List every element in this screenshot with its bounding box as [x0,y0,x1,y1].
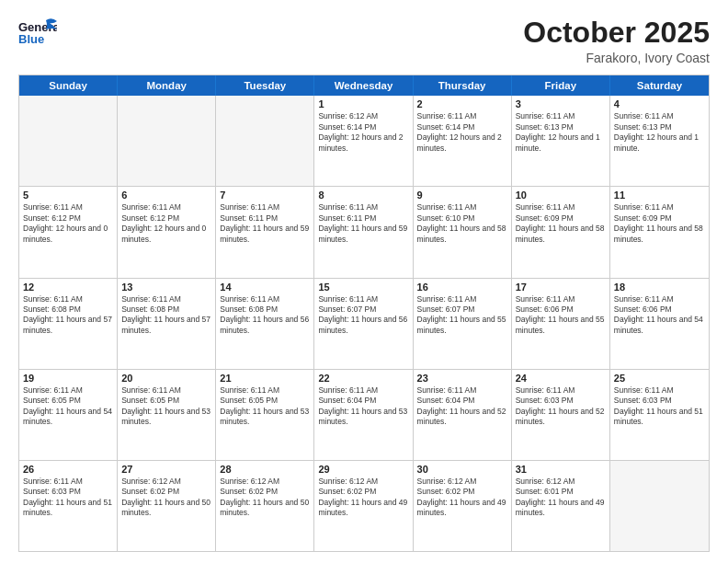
cell-info: Sunrise: 6:11 AM Sunset: 6:07 PM Dayligh… [417,294,507,337]
calendar-body: 1Sunrise: 6:12 AM Sunset: 6:14 PM Daylig… [19,96,709,551]
weekday-header: Monday [118,75,216,96]
calendar-cell: 2Sunrise: 6:11 AM Sunset: 6:14 PM Daylig… [414,96,512,186]
cell-info: Sunrise: 6:11 AM Sunset: 6:12 PM Dayligh… [121,202,211,245]
day-number: 29 [318,464,408,475]
cell-info: Sunrise: 6:11 AM Sunset: 6:09 PM Dayligh… [614,202,705,245]
day-number: 21 [220,373,310,384]
cell-info: Sunrise: 6:11 AM Sunset: 6:07 PM Dayligh… [318,294,408,337]
weekday-header: Thursday [414,75,512,96]
calendar: SundayMondayTuesdayWednesdayThursdayFrid… [18,75,710,552]
calendar-cell: 4Sunrise: 6:11 AM Sunset: 6:13 PM Daylig… [610,96,709,186]
day-number: 24 [516,373,606,384]
day-number: 14 [220,282,310,293]
cell-info: Sunrise: 6:11 AM Sunset: 6:03 PM Dayligh… [516,385,606,428]
cell-info: Sunrise: 6:12 AM Sunset: 6:14 PM Dayligh… [318,111,408,154]
calendar-cell: 14Sunrise: 6:11 AM Sunset: 6:08 PM Dayli… [216,279,314,369]
day-number: 15 [318,282,408,293]
calendar-cell: 3Sunrise: 6:11 AM Sunset: 6:13 PM Daylig… [512,96,610,186]
day-number: 18 [614,282,705,293]
calendar-row: 5Sunrise: 6:11 AM Sunset: 6:12 PM Daylig… [19,186,709,277]
day-number: 31 [516,464,606,475]
cell-info: Sunrise: 6:11 AM Sunset: 6:03 PM Dayligh… [614,385,705,428]
calendar-cell: 19Sunrise: 6:11 AM Sunset: 6:05 PM Dayli… [19,370,118,460]
cell-info: Sunrise: 6:11 AM Sunset: 6:06 PM Dayligh… [614,294,705,337]
calendar-cell [610,461,709,551]
day-number: 17 [516,282,606,293]
calendar-cell: 28Sunrise: 6:12 AM Sunset: 6:02 PM Dayli… [216,461,314,551]
calendar-cell: 16Sunrise: 6:11 AM Sunset: 6:07 PM Dayli… [414,279,512,369]
cell-info: Sunrise: 6:11 AM Sunset: 6:10 PM Dayligh… [417,202,507,245]
cell-info: Sunrise: 6:11 AM Sunset: 6:05 PM Dayligh… [121,385,211,428]
cell-info: Sunrise: 6:11 AM Sunset: 6:05 PM Dayligh… [23,385,113,428]
calendar-cell: 18Sunrise: 6:11 AM Sunset: 6:06 PM Dayli… [610,279,709,369]
cell-info: Sunrise: 6:12 AM Sunset: 6:02 PM Dayligh… [121,477,211,519]
calendar-cell: 23Sunrise: 6:11 AM Sunset: 6:04 PM Dayli… [414,370,512,460]
cell-info: Sunrise: 6:11 AM Sunset: 6:12 PM Dayligh… [23,202,113,245]
calendar-cell: 7Sunrise: 6:11 AM Sunset: 6:11 PM Daylig… [216,187,314,277]
cell-info: Sunrise: 6:11 AM Sunset: 6:11 PM Dayligh… [220,202,310,245]
day-number: 13 [121,282,211,293]
calendar-cell: 15Sunrise: 6:11 AM Sunset: 6:07 PM Dayli… [314,279,413,369]
cell-info: Sunrise: 6:12 AM Sunset: 6:02 PM Dayligh… [220,477,310,519]
calendar-cell: 13Sunrise: 6:11 AM Sunset: 6:08 PM Dayli… [118,279,216,369]
calendar-cell: 10Sunrise: 6:11 AM Sunset: 6:09 PM Dayli… [512,187,610,277]
cell-info: Sunrise: 6:11 AM Sunset: 6:13 PM Dayligh… [516,111,606,154]
cell-info: Sunrise: 6:11 AM Sunset: 6:08 PM Dayligh… [121,294,211,337]
cell-info: Sunrise: 6:11 AM Sunset: 6:03 PM Dayligh… [23,477,113,519]
cell-info: Sunrise: 6:11 AM Sunset: 6:04 PM Dayligh… [417,385,507,428]
calendar-cell: 8Sunrise: 6:11 AM Sunset: 6:11 PM Daylig… [314,187,413,277]
cell-info: Sunrise: 6:11 AM Sunset: 6:11 PM Dayligh… [318,202,408,245]
calendar-cell: 31Sunrise: 6:12 AM Sunset: 6:01 PM Dayli… [512,461,610,551]
day-number: 6 [121,190,211,201]
day-number: 7 [220,190,310,201]
day-number: 2 [417,98,507,109]
calendar-cell: 25Sunrise: 6:11 AM Sunset: 6:03 PM Dayli… [610,370,709,460]
calendar-cell: 6Sunrise: 6:11 AM Sunset: 6:12 PM Daylig… [118,187,216,277]
calendar-cell: 27Sunrise: 6:12 AM Sunset: 6:02 PM Dayli… [118,461,216,551]
weekday-header: Tuesday [216,75,314,96]
svg-text:Blue: Blue [18,32,44,46]
logo-icon: General Blue [18,17,57,46]
day-number: 4 [614,98,705,109]
cell-info: Sunrise: 6:11 AM Sunset: 6:05 PM Dayligh… [220,385,310,428]
weekday-header: Wednesday [314,75,413,96]
day-number: 9 [417,190,507,201]
day-number: 1 [318,98,408,109]
day-number: 30 [417,464,507,475]
cell-info: Sunrise: 6:11 AM Sunset: 6:08 PM Dayligh… [23,294,113,337]
cell-info: Sunrise: 6:12 AM Sunset: 6:01 PM Dayligh… [516,477,606,519]
cell-info: Sunrise: 6:11 AM Sunset: 6:09 PM Dayligh… [516,202,606,245]
calendar-cell [216,96,314,186]
day-number: 19 [23,373,113,384]
weekday-header: Sunday [19,75,118,96]
calendar-cell: 22Sunrise: 6:11 AM Sunset: 6:04 PM Dayli… [314,370,413,460]
day-number: 27 [121,464,211,475]
calendar-cell: 29Sunrise: 6:12 AM Sunset: 6:02 PM Dayli… [314,461,413,551]
calendar-cell: 17Sunrise: 6:11 AM Sunset: 6:06 PM Dayli… [512,279,610,369]
calendar-cell: 5Sunrise: 6:11 AM Sunset: 6:12 PM Daylig… [19,187,118,277]
calendar-header: SundayMondayTuesdayWednesdayThursdayFrid… [19,75,709,96]
day-number: 25 [614,373,705,384]
page: General Blue October 2025 Farakoro, Ivor… [0,0,728,563]
calendar-row: 19Sunrise: 6:11 AM Sunset: 6:05 PM Dayli… [19,369,709,460]
day-number: 22 [318,373,408,384]
weekday-header: Saturday [610,75,709,96]
cell-info: Sunrise: 6:11 AM Sunset: 6:08 PM Dayligh… [220,294,310,337]
calendar-cell: 30Sunrise: 6:12 AM Sunset: 6:02 PM Dayli… [414,461,512,551]
day-number: 16 [417,282,507,293]
calendar-cell: 11Sunrise: 6:11 AM Sunset: 6:09 PM Dayli… [610,187,709,277]
calendar-cell: 12Sunrise: 6:11 AM Sunset: 6:08 PM Dayli… [19,279,118,369]
cell-info: Sunrise: 6:11 AM Sunset: 6:04 PM Dayligh… [318,385,408,428]
cell-info: Sunrise: 6:11 AM Sunset: 6:14 PM Dayligh… [417,111,507,154]
day-number: 20 [121,373,211,384]
calendar-cell [118,96,216,186]
day-number: 8 [318,190,408,201]
logo: General Blue [18,17,57,46]
cell-info: Sunrise: 6:12 AM Sunset: 6:02 PM Dayligh… [318,477,408,519]
day-number: 10 [516,190,606,201]
day-number: 5 [23,190,113,201]
cell-info: Sunrise: 6:12 AM Sunset: 6:02 PM Dayligh… [417,477,507,519]
calendar-row: 12Sunrise: 6:11 AM Sunset: 6:08 PM Dayli… [19,278,709,369]
location: Farakoro, Ivory Coast [523,51,710,65]
cell-info: Sunrise: 6:11 AM Sunset: 6:06 PM Dayligh… [516,294,606,337]
